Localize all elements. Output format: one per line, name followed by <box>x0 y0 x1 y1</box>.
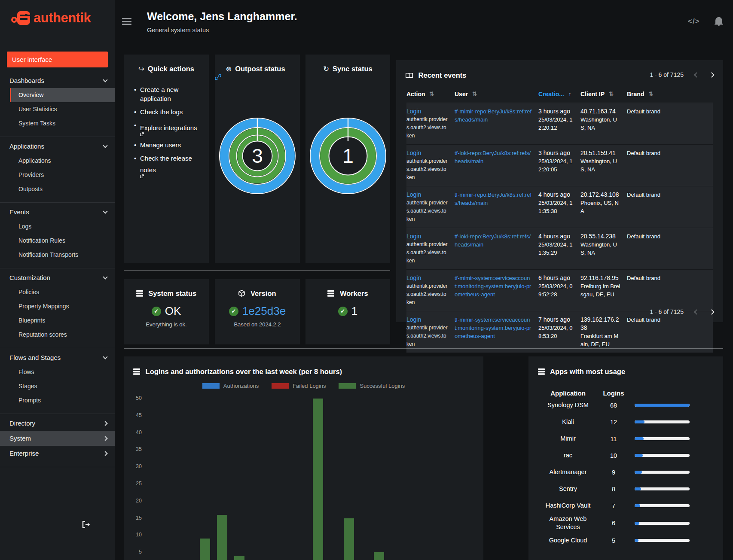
sidebar-item-policies[interactable]: Policies <box>0 285 115 299</box>
event-user-link[interactable]: tf-loki-repo:BeryJu/k8s:ref:refs/heads/m… <box>455 150 531 164</box>
outpost-donut-chart: 3 <box>219 117 296 195</box>
event-timestamp: 25/03/2024, 11:35:29 <box>538 240 574 257</box>
app-name: rac <box>538 450 598 460</box>
column-header-user[interactable]: User⇅ <box>455 91 538 97</box>
sidebar-item-logs[interactable]: Logs <box>0 219 115 234</box>
y-tick-label: 50 <box>136 395 142 401</box>
quick-action-check-logs[interactable]: Check the logs <box>134 107 201 116</box>
event-brand: Default brand <box>627 191 713 223</box>
sidebar-item-stages[interactable]: Stages <box>0 379 115 393</box>
pagination-next-icon[interactable] <box>709 72 715 78</box>
sidebar-nav: Dashboards Overview User Statistics Syst… <box>0 73 115 469</box>
event-relative-time: 6 hours ago <box>538 274 574 282</box>
column-header-action[interactable]: Action⇅ <box>406 91 455 97</box>
link-icon[interactable] <box>215 74 300 80</box>
apps-usage-title: Apps with most usage <box>528 356 723 376</box>
quick-action-release-notes[interactable]: Check the release notes <box>134 154 201 178</box>
system-status-subtitle: Everything is ok. <box>124 321 209 328</box>
user-interface-button[interactable]: User interface <box>7 52 108 67</box>
usage-bar-track <box>635 522 690 525</box>
usage-bar-fill <box>635 437 644 440</box>
event-context: authentik.providers.oauth2.views.token <box>406 324 449 348</box>
quick-actions-title: ↪Quick actions <box>124 55 209 73</box>
sidebar-item-applications[interactable]: Applications <box>0 154 115 168</box>
event-action-link[interactable]: Login <box>406 232 449 240</box>
hamburger-menu-icon[interactable] <box>122 18 131 25</box>
sync-status-title: ↻Sync status <box>305 55 390 73</box>
sidebar-item-overview[interactable]: Overview <box>10 88 115 102</box>
chart-bar <box>234 556 244 560</box>
sidebar-section-customization[interactable]: Customization <box>0 270 115 285</box>
quick-actions-list: Create a new application Check the logs … <box>134 85 209 178</box>
event-location: Freiburg im Breisgau, DE, EU <box>580 282 621 298</box>
quick-action-explore-integrations[interactable]: Explore integrations <box>134 121 201 136</box>
sidebar-item-user-statistics[interactable]: User Statistics <box>0 102 115 116</box>
app-logins: 7 <box>598 502 629 509</box>
app-logins: 9 <box>598 469 629 476</box>
app-logins: 6 <box>598 520 629 527</box>
pagination-prev-icon[interactable] <box>694 72 699 78</box>
column-header-client-ip[interactable]: Client IP⇅ <box>580 91 627 97</box>
pagination-next-icon[interactable] <box>709 309 715 315</box>
api-code-icon[interactable]: </> <box>688 17 700 26</box>
event-action-link[interactable]: Login <box>406 149 449 157</box>
sidebar-item-system-tasks[interactable]: System Tasks <box>0 116 115 131</box>
sidebar-item-notification-rules[interactable]: Notification Rules <box>0 234 115 248</box>
app-usage-row: Alertmanager 9 <box>528 464 723 481</box>
logout-icon[interactable] <box>82 520 91 529</box>
event-action-link[interactable]: Login <box>406 316 449 324</box>
event-user-link[interactable]: tf-mimir-system:serviceaccount:monitorin… <box>455 317 531 339</box>
event-user-link[interactable]: tf-mimir-repo:BeryJu/k8s:ref:refs/heads/… <box>455 192 531 206</box>
sidebar-section-events[interactable]: Events <box>0 204 115 219</box>
version-card: Version ✓1e25d3e Based on 2024.2.2 <box>215 279 300 344</box>
sidebar-item-property-mappings[interactable]: Property Mappings <box>0 299 115 313</box>
event-client-ip: 20.172.43.108 <box>580 191 621 199</box>
event-client-ip: 20.51.159.41 <box>580 149 621 157</box>
sidebar-item-outposts[interactable]: Outposts <box>0 182 115 196</box>
app-usage-row: HashiCorp Vault 7 <box>528 497 723 514</box>
y-tick-label: 30 <box>136 463 142 469</box>
usage-bar-fill <box>635 504 640 507</box>
sidebar-section-applications[interactable]: Applications <box>0 139 115 154</box>
event-user-link[interactable]: tf-mimir-system:serviceaccount:monitorin… <box>455 275 531 298</box>
sidebar-item-notification-transports[interactable]: Notification Transports <box>0 248 115 262</box>
event-user-link[interactable]: tf-mimir-repo:BeryJu/k8s:ref:refs/heads/… <box>455 108 531 123</box>
column-header-creation[interactable]: Creatio...↑ <box>538 91 580 97</box>
sidebar-item-prompts[interactable]: Prompts <box>0 393 115 408</box>
sidebar-item-blueprints[interactable]: Blueprints <box>0 313 115 328</box>
sidebar-section-enterprise[interactable]: Enterprise <box>0 446 115 461</box>
outpost-status-title: ⊛Outpost status <box>215 55 300 80</box>
events-table-header: Action⇅ User⇅ Creatio...↑ Client IP⇅ Bra… <box>406 91 713 103</box>
sidebar-section-directory[interactable]: Directory <box>0 416 115 431</box>
app-name: HashiCorp Vault <box>538 501 598 511</box>
column-header-brand[interactable]: Brand⇅ <box>627 91 713 97</box>
sidebar-section-flows-and-stages[interactable]: Flows and Stages <box>0 350 115 365</box>
version-link[interactable]: 1e25d3e <box>242 304 286 318</box>
pagination-prev-icon[interactable] <box>694 309 699 315</box>
sidebar-section-dashboards[interactable]: Dashboards <box>0 73 115 88</box>
event-user-link[interactable]: tf-loki-repo:BeryJu/k8s:ref:refs/heads/m… <box>455 233 531 248</box>
app-usage-row: Mimir 11 <box>528 430 723 447</box>
event-action-link[interactable]: Login <box>406 191 449 199</box>
event-action-link[interactable]: Login <box>406 274 449 282</box>
system-status-title: System status <box>124 279 209 298</box>
quick-actions-card: ↪Quick actions Create a new application … <box>124 55 209 263</box>
sidebar-item-providers[interactable]: Providers <box>0 168 115 182</box>
y-tick-label: 5 <box>139 549 142 555</box>
app-logins: 8 <box>598 486 629 493</box>
quick-action-create-application[interactable]: Create a new application <box>134 85 201 103</box>
event-location: Washington, US, NA <box>580 157 621 173</box>
quick-action-manage-users[interactable]: Manage users <box>134 140 201 149</box>
sidebar-item-flows[interactable]: Flows <box>0 365 115 379</box>
event-row: Login authentik.providers.oauth2.views.t… <box>406 103 713 144</box>
usage-bar-fill <box>635 404 690 407</box>
event-client-ip: 139.162.176.238 <box>580 316 621 332</box>
app-name: Sentry <box>538 484 598 494</box>
notification-bell-icon[interactable] <box>715 16 723 26</box>
app-usage-row: Sentry 8 <box>528 481 723 497</box>
outpost-count: 3 <box>252 145 263 167</box>
sidebar-section-system[interactable]: System <box>0 431 115 446</box>
avatar[interactable] <box>20 517 37 534</box>
event-action-link[interactable]: Login <box>406 107 449 116</box>
sidebar-item-reputation-scores[interactable]: Reputation scores <box>0 328 115 342</box>
